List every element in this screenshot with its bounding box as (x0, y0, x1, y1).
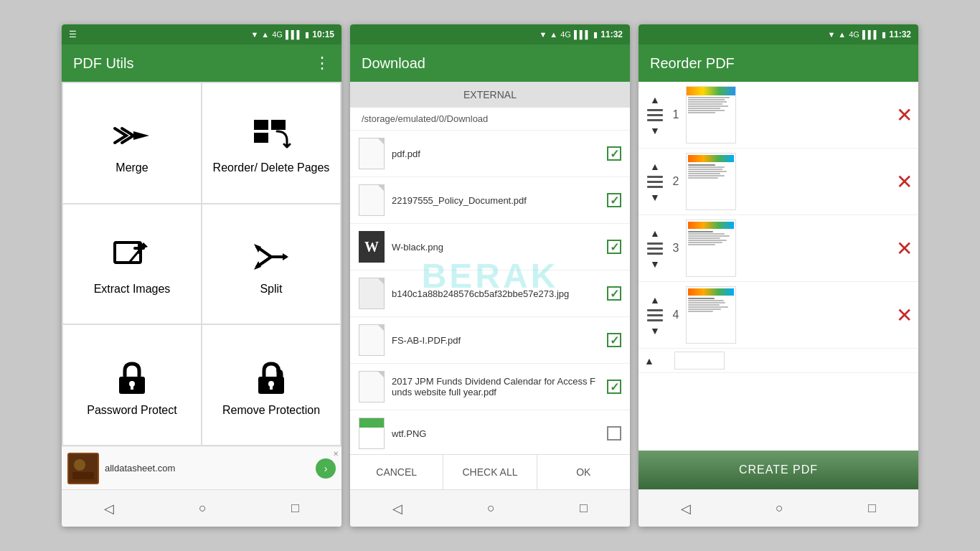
thumb-content-2 (687, 154, 735, 209)
up-arrow-5[interactable]: ▲ (644, 356, 654, 366)
battery-icon-3: ▮ (882, 30, 886, 39)
yaml-line (688, 302, 725, 303)
reorder-row-5: ▲ (639, 349, 918, 373)
reorder-row-1: ▲ ▼ 1 (639, 82, 918, 149)
svg-rect-14 (270, 385, 273, 390)
password-label: Password Protect (87, 404, 176, 417)
file-name-7: wtf.PNG (392, 428, 600, 439)
up-arrow-1[interactable]: ▲ (650, 95, 660, 105)
status-time-2: 11:32 (600, 29, 623, 39)
delete-page-1[interactable]: ✕ (896, 103, 913, 127)
file-item-6[interactable]: 2017 JPM Funds Dividend Calendar for Acc… (350, 364, 630, 410)
yaml-line (688, 311, 713, 312)
grid-item-remove-protection[interactable]: Remove Protection (202, 325, 340, 445)
delete-page-4[interactable]: ✕ (896, 303, 913, 327)
drag-handle-3[interactable] (644, 240, 666, 258)
grid-item-split[interactable]: Split (202, 204, 340, 324)
grid-item-password[interactable]: Password Protect (63, 325, 201, 445)
file-icon-5 (359, 324, 385, 356)
file-name-1: pdf.pdf (392, 149, 600, 159)
reorder-arrows-2: ▲ ▼ (644, 161, 666, 202)
app-title-2: Download (362, 55, 425, 72)
file-name-2: 22197555_Policy_Document.pdf (392, 195, 600, 206)
phone-content-3: ▲ ▼ 1 (639, 82, 918, 489)
file-check-3[interactable]: ✓ (607, 240, 621, 254)
back-button-2[interactable]: ◁ (392, 501, 402, 517)
download-actions: CANCEL CHECK ALL OK (350, 454, 630, 489)
up-arrow-2[interactable]: ▲ (650, 161, 660, 171)
grid-item-reorder[interactable]: Reorder/ Delete Pages (202, 83, 340, 203)
file-item-4[interactable]: b140c1a88b248576cb5af32bbe57e273.jpg ✓ (350, 270, 630, 317)
yaml-line (688, 309, 721, 310)
status-right-1: ▼ ▲ 4G ▌▌▌ ▮ 10:15 (250, 29, 334, 39)
recent-button-1[interactable]: □ (291, 501, 299, 516)
ad-text: alldatasheet.com (105, 463, 310, 474)
yaml-line (688, 177, 718, 179)
file-item-7[interactable]: wtf.PNG (350, 410, 630, 454)
file-icon-3: W (359, 231, 385, 263)
file-check-5[interactable]: ✓ (607, 333, 621, 347)
home-button-2[interactable]: ○ (487, 501, 495, 516)
ad-banner[interactable]: alldatasheet.com › ✕ (62, 446, 341, 489)
yaml-line (688, 242, 722, 243)
ad-arrow-button[interactable]: › (316, 458, 336, 479)
file-item-2[interactable]: 22197555_Policy_Document.pdf ✓ (350, 177, 630, 224)
yaml-line (688, 171, 727, 172)
recent-button-2[interactable]: □ (580, 501, 588, 516)
thumb-content-3 (687, 220, 735, 276)
recent-button-3[interactable]: □ (868, 501, 876, 516)
down-arrow-3[interactable]: ▼ (650, 259, 660, 269)
down-arrow-4[interactable]: ▼ (650, 326, 660, 336)
file-item-1[interactable]: pdf.pdf ✓ (350, 131, 630, 177)
network-type-2: 4G (560, 30, 571, 39)
down-arrow-2[interactable]: ▼ (650, 192, 660, 202)
app-title-3: Reorder PDF (650, 55, 735, 72)
yaml-line (688, 237, 720, 239)
drag-line (647, 186, 663, 188)
check-mark-1: ✓ (610, 147, 619, 161)
menu-button[interactable]: ⋮ (314, 54, 330, 72)
delete-page-3[interactable]: ✕ (896, 237, 913, 260)
yaml-line (688, 235, 730, 237)
app-title-1: PDF Utils (73, 55, 133, 72)
drag-line (647, 314, 663, 316)
delete-page-2[interactable]: ✕ (896, 170, 913, 194)
cancel-button[interactable]: CANCEL (350, 455, 443, 489)
up-arrow-4[interactable]: ▲ (650, 295, 660, 305)
file-check-4[interactable]: ✓ (607, 286, 621, 301)
drag-handle-2[interactable] (644, 173, 666, 191)
drag-line (647, 119, 663, 121)
file-list: pdf.pdf ✓ 22197555_Policy_Document.pdf ✓… (350, 131, 630, 454)
yaml-line (688, 304, 720, 306)
file-item-5[interactable]: FS-AB-I.PDF.pdf ✓ (350, 317, 630, 364)
grid-item-extract[interactable]: Extract Images (63, 204, 201, 324)
network-type-3: 4G (849, 30, 859, 39)
down-arrow-1[interactable]: ▼ (650, 126, 660, 136)
ad-close-button[interactable]: ✕ (333, 450, 339, 458)
home-button-3[interactable]: ○ (776, 501, 783, 516)
file-check-1[interactable]: ✓ (607, 146, 621, 161)
create-pdf-button[interactable]: CREATE PDF (639, 451, 918, 489)
thumb-yaml-header (688, 222, 734, 229)
page-thumb-3 (686, 220, 736, 277)
file-check-7[interactable] (607, 426, 621, 441)
check-all-button[interactable]: CHECK ALL (443, 455, 537, 489)
app-header-2: Download (350, 44, 630, 82)
drag-handle-1[interactable] (644, 106, 666, 124)
bottom-nav-1: ◁ ○ □ (62, 489, 341, 527)
file-item-3[interactable]: W W-black.png ✓ (350, 224, 630, 270)
check-mark-4: ✓ (610, 287, 619, 301)
wifi-icon-3: ▲ (838, 30, 846, 39)
drag-handle-4[interactable] (644, 306, 666, 324)
storage-tab[interactable]: EXTERNAL (350, 82, 630, 108)
network-type: 4G (272, 30, 283, 39)
back-button-1[interactable]: ◁ (104, 501, 114, 517)
yaml-line (688, 164, 715, 166)
home-button-1[interactable]: ○ (199, 501, 207, 516)
file-check-6[interactable]: ✓ (607, 380, 621, 394)
up-arrow-3[interactable]: ▲ (650, 228, 660, 238)
file-check-2[interactable]: ✓ (607, 193, 621, 207)
back-button-3[interactable]: ◁ (681, 501, 691, 517)
grid-item-merge[interactable]: Merge (63, 83, 201, 203)
ok-button[interactable]: OK (537, 455, 630, 489)
